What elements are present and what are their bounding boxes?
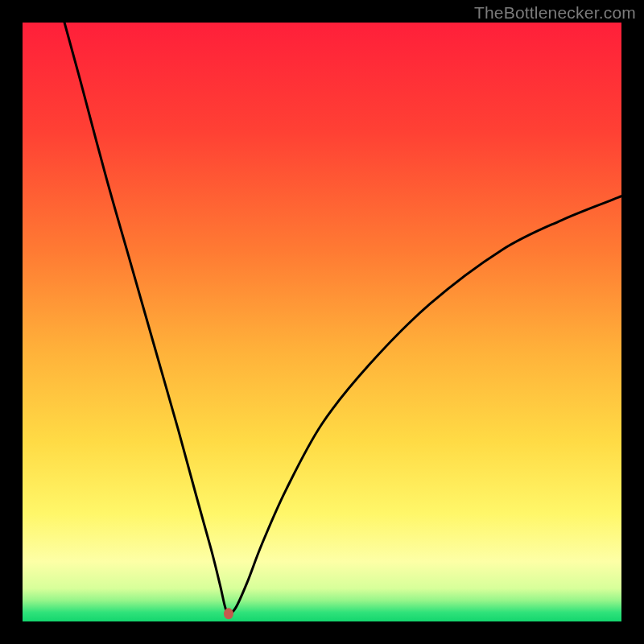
- watermark-text: TheBottlenecker.com: [474, 3, 636, 23]
- bottleneck-chart: [23, 23, 621, 621]
- chart-frame: TheBottlenecker.com: [0, 0, 644, 644]
- chart-background: [23, 23, 621, 621]
- optimal-point-marker: [224, 608, 233, 619]
